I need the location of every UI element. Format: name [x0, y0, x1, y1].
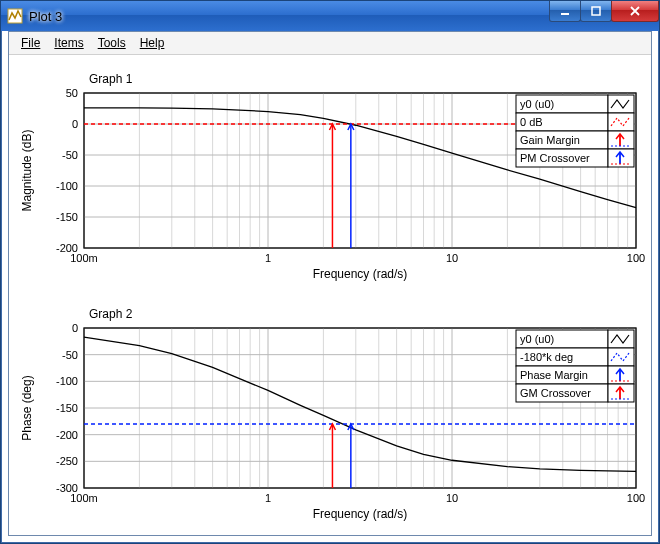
chart-title: Graph 2: [89, 307, 133, 321]
legend-label: Phase Margin: [520, 369, 588, 381]
x-tick-label: 1: [265, 252, 271, 264]
x-tick-label: 100: [627, 492, 645, 504]
legend-label: Gain Margin: [520, 134, 580, 146]
svg-rect-2: [592, 7, 600, 15]
menu-file[interactable]: File: [15, 34, 46, 52]
close-button[interactable]: [611, 1, 659, 22]
legend-swatch-cell: [608, 113, 634, 131]
y-axis-label: Magnitude (dB): [20, 129, 34, 211]
y-tick-label: -300: [56, 482, 78, 494]
menu-tools[interactable]: Tools: [92, 34, 132, 52]
legend-label: y0 (u0): [520, 333, 554, 345]
magnitude-chart: Graph 1100m110100-200-150-100-50050Frequ…: [9, 55, 651, 290]
app-icon: [7, 8, 23, 24]
legend-swatch-cell: [608, 348, 634, 366]
y-tick-label: 0: [72, 118, 78, 130]
x-axis-label: Frequency (rad/s): [313, 507, 408, 521]
y-tick-label: -100: [56, 180, 78, 192]
x-axis-label: Frequency (rad/s): [313, 267, 408, 281]
y-tick-label: -150: [56, 402, 78, 414]
legend-label: 0 dB: [520, 116, 543, 128]
window-buttons: [550, 1, 659, 21]
y-tick-label: 0: [72, 322, 78, 334]
y-tick-label: 50: [66, 87, 78, 99]
legend-label: PM Crossover: [520, 152, 590, 164]
legend-label: GM Crossover: [520, 387, 591, 399]
x-tick-label: 100: [627, 252, 645, 264]
menu-help[interactable]: Help: [134, 34, 171, 52]
y-tick-label: -250: [56, 455, 78, 467]
phase-chart: Graph 2100m110100-300-250-200-150-100-50…: [9, 290, 651, 530]
y-tick-label: -50: [62, 149, 78, 161]
maximize-button[interactable]: [580, 1, 612, 22]
menubar: File Items Tools Help: [9, 32, 651, 55]
y-axis-label: Phase (deg): [20, 375, 34, 440]
menu-items[interactable]: Items: [48, 34, 89, 52]
legend-label: y0 (u0): [520, 98, 554, 110]
y-tick-label: -150: [56, 211, 78, 223]
y-tick-label: -100: [56, 375, 78, 387]
y-tick-label: -200: [56, 429, 78, 441]
y-tick-label: -200: [56, 242, 78, 254]
x-tick-label: 10: [446, 492, 458, 504]
client-area: File Items Tools Help Graph 1100m110100-…: [8, 31, 652, 536]
chart-title: Graph 1: [89, 72, 133, 86]
window-title: Plot 3: [29, 9, 62, 24]
legend-swatch-cell: [608, 330, 634, 348]
plot-area: Graph 1100m110100-200-150-100-50050Frequ…: [9, 55, 651, 535]
y-tick-label: -50: [62, 349, 78, 361]
x-tick-label: 10: [446, 252, 458, 264]
svg-rect-1: [561, 13, 569, 15]
legend-swatch-cell: [608, 95, 634, 113]
titlebar[interactable]: Plot 3: [1, 1, 659, 31]
x-tick-label: 1: [265, 492, 271, 504]
legend-label: -180*k deg: [520, 351, 573, 363]
window: Plot 3 File Items Tools Help Graph 1100m…: [0, 0, 660, 544]
minimize-button[interactable]: [549, 1, 581, 22]
